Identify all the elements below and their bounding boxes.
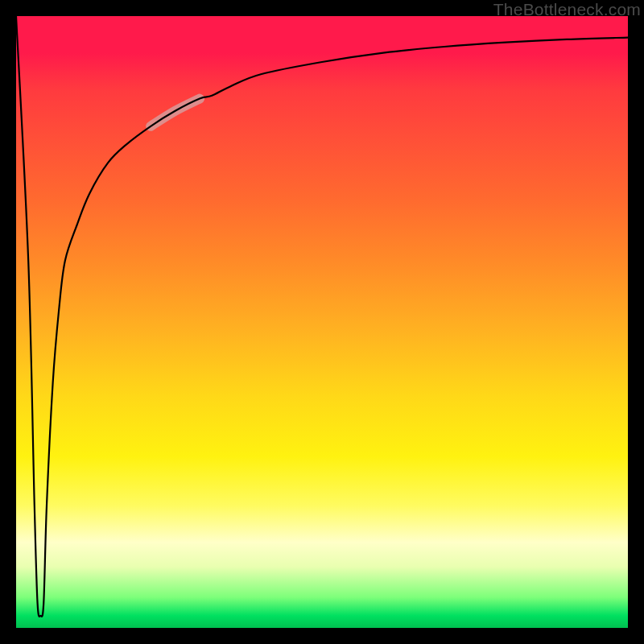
chart-frame: TheBottleneck.com <box>0 0 644 644</box>
plot-area <box>16 16 628 628</box>
watermark-text: TheBottleneck.com <box>493 0 641 19</box>
curve-svg <box>16 16 628 628</box>
main-curve <box>16 16 628 617</box>
